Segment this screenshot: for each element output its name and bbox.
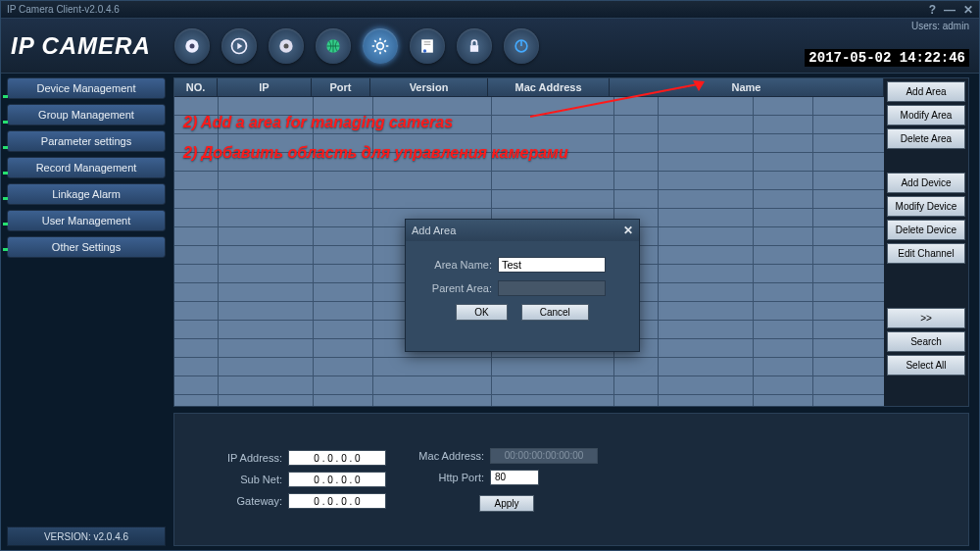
sidebar-item-parameter-settings[interactable]: Parameter settings	[7, 130, 166, 152]
settings-icon[interactable]	[363, 28, 398, 64]
sidebar-item-group-management[interactable]: Group Management	[7, 104, 166, 125]
expand-button[interactable]: >>	[887, 308, 965, 328]
modify-device-button[interactable]: Modify Device	[887, 196, 965, 217]
gateway-label: Gateway:	[214, 495, 282, 507]
area-name-label: Area Name:	[419, 259, 498, 271]
col-ip[interactable]: IP	[218, 78, 312, 96]
dialog-title: Add Area	[412, 225, 456, 236]
delete-area-button[interactable]: Delete Area	[887, 128, 965, 149]
gateway-input[interactable]	[288, 493, 386, 509]
apply-button[interactable]: Apply	[479, 495, 533, 512]
sidebar-item-user-management[interactable]: User Management	[7, 210, 166, 231]
close-icon[interactable]: ✕	[963, 3, 973, 17]
httpport-label: Http Port:	[416, 472, 484, 483]
sidebar-item-other-settings[interactable]: Other Settings	[7, 236, 166, 258]
modify-area-button[interactable]: Modify Area	[887, 105, 965, 125]
col-version[interactable]: Version	[370, 78, 488, 96]
svg-marker-3	[237, 42, 242, 49]
help-icon[interactable]: ?	[929, 3, 936, 17]
edit-channel-button[interactable]: Edit Channel	[887, 243, 965, 264]
sidebar: Device Management Group Management Param…	[1, 74, 172, 550]
subnet-input[interactable]	[288, 472, 386, 487]
eye-icon[interactable]	[174, 28, 210, 64]
delete-device-button[interactable]: Delete Device	[887, 220, 965, 240]
dialog-ok-button[interactable]: OK	[456, 304, 507, 321]
subnet-label: Sub Net:	[214, 474, 282, 485]
sidebar-item-linkage-alarm[interactable]: Linkage Alarm	[7, 183, 166, 205]
ip-label: IP Address:	[214, 452, 282, 464]
action-buttons: Add Area Modify Area Delete Area Add Dev…	[884, 78, 968, 406]
ip-address-input[interactable]	[288, 450, 386, 466]
add-area-button[interactable]: Add Area	[887, 81, 965, 102]
select-all-button[interactable]: Select All	[887, 355, 965, 376]
globe-icon[interactable]	[316, 28, 351, 64]
lock-icon[interactable]	[457, 28, 492, 64]
play-icon[interactable]	[221, 28, 257, 64]
sidebar-item-record-management[interactable]: Record Management	[7, 157, 166, 178]
record-icon[interactable]	[269, 28, 304, 64]
toolbar: IP CAMERA Users: admin 2017-05-02 14:22:…	[1, 19, 979, 74]
version-label: VERSION: v2.0.4.6	[7, 526, 166, 546]
mac-label: Mac Address:	[416, 450, 484, 462]
dialog-close-icon[interactable]: ✕	[623, 224, 633, 237]
add-area-dialog: Add Area ✕ Area Name: Parent Area: OK Ca…	[405, 219, 640, 352]
parent-area-label: Parent Area:	[419, 282, 498, 294]
parent-area-input	[498, 280, 606, 296]
svg-point-5	[283, 43, 288, 48]
svg-point-7	[376, 42, 383, 49]
svg-point-1	[189, 43, 194, 48]
sidebar-item-device-management[interactable]: Device Management	[7, 77, 166, 99]
log-icon[interactable]	[410, 28, 445, 64]
col-mac[interactable]: Mac Address	[488, 78, 610, 96]
window-title: IP Camera Client-v2.0.4.6	[7, 4, 120, 15]
green-markers	[3, 95, 9, 274]
titlebar: IP Camera Client-v2.0.4.6 ? — ✕	[1, 1, 979, 19]
svg-rect-12	[470, 45, 478, 52]
timestamp: 2017-05-02 14:22:46	[805, 49, 969, 67]
area-name-input[interactable]	[498, 257, 606, 273]
col-port[interactable]: Port	[312, 78, 370, 96]
col-name[interactable]: Name	[610, 78, 884, 96]
mac-address-input	[490, 448, 598, 464]
app-logo: IP CAMERA	[11, 32, 151, 60]
user-label: Users: admin	[911, 21, 969, 31]
network-panel: IP Address: Sub Net: Gateway: Mac Addres…	[173, 413, 969, 546]
search-button[interactable]: Search	[887, 331, 965, 352]
col-no[interactable]: NO.	[174, 78, 218, 96]
svg-point-9	[423, 49, 426, 52]
dialog-cancel-button[interactable]: Cancel	[521, 304, 589, 321]
minimize-icon[interactable]: —	[944, 3, 956, 17]
http-port-input[interactable]	[490, 470, 539, 485]
power-icon[interactable]	[504, 28, 539, 64]
add-device-button[interactable]: Add Device	[887, 173, 965, 193]
